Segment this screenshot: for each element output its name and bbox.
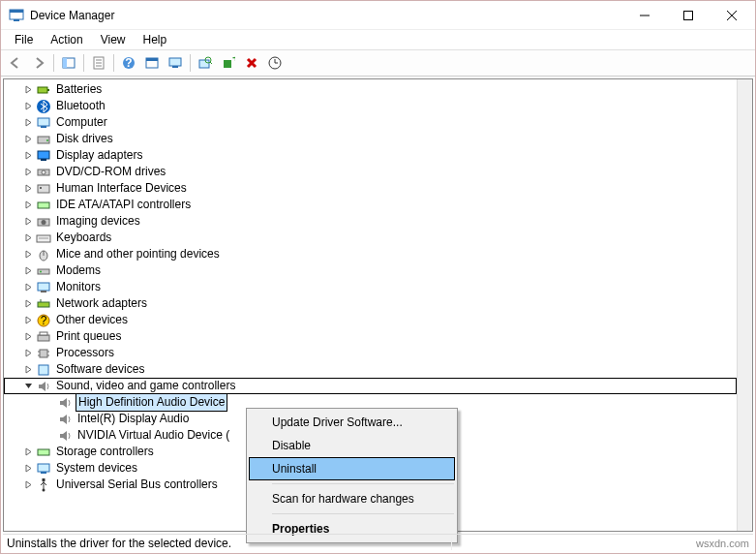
scan-hardware-button[interactable] xyxy=(195,52,216,74)
svg-point-46 xyxy=(40,270,42,272)
expand-icon[interactable] xyxy=(21,100,35,113)
tree-item-display-adapters[interactable]: Display adapters xyxy=(4,147,737,164)
expand-icon[interactable] xyxy=(21,281,35,294)
svg-rect-63 xyxy=(41,472,46,474)
ctx-scan-hardware[interactable]: Scan for hardware changes xyxy=(249,487,455,510)
tree-item-imaging[interactable]: Imaging devices xyxy=(4,213,737,230)
menu-action[interactable]: Action xyxy=(43,31,90,48)
svg-rect-53 xyxy=(38,335,49,341)
svg-rect-19 xyxy=(199,60,209,68)
tree-item-sound[interactable]: Sound, video and game controllers xyxy=(4,378,737,394)
svg-rect-48 xyxy=(41,291,46,292)
menu-help[interactable]: Help xyxy=(136,31,175,48)
svg-point-35 xyxy=(42,170,45,174)
expand-icon[interactable] xyxy=(21,478,35,492)
tree-item-bluetooth[interactable]: Bluetooth xyxy=(4,98,737,114)
tree-item-disk-drives[interactable]: Disk drives xyxy=(4,131,737,147)
speaker-icon xyxy=(36,379,51,394)
maximize-button[interactable] xyxy=(666,1,710,29)
svg-rect-32 xyxy=(38,151,49,159)
expand-icon[interactable] xyxy=(21,133,35,146)
toolbar: ? + xyxy=(1,49,755,77)
expand-icon[interactable] xyxy=(21,264,35,278)
expand-icon[interactable] xyxy=(21,462,35,476)
expand-icon[interactable] xyxy=(21,330,35,344)
tree-item-modems[interactable]: Modems xyxy=(4,262,737,279)
uninstall-button[interactable] xyxy=(241,52,262,74)
expand-icon[interactable] xyxy=(21,215,35,229)
speaker-icon xyxy=(57,428,73,444)
minimize-button[interactable] xyxy=(622,1,666,29)
tree-item-dvd[interactable]: DVD/CD-ROM drives xyxy=(4,164,737,180)
tree-item-computer[interactable]: Computer xyxy=(4,114,737,131)
tree-item-monitors[interactable]: Monitors xyxy=(4,279,737,295)
remote-computer-button[interactable] xyxy=(165,52,186,74)
toolbar-separator xyxy=(53,54,54,72)
svg-rect-1 xyxy=(10,10,23,13)
tree-item-print-queues[interactable]: Print queues xyxy=(4,328,737,345)
close-button[interactable] xyxy=(710,1,753,29)
menu-file[interactable]: File xyxy=(7,31,41,48)
system-icon xyxy=(36,461,51,477)
add-legacy-button[interactable]: + xyxy=(218,52,239,74)
battery-icon xyxy=(36,82,51,98)
tree-item-mice[interactable]: Mice and other pointing devices xyxy=(4,246,737,262)
expand-icon[interactable] xyxy=(21,83,35,97)
collapse-icon[interactable] xyxy=(21,380,35,393)
svg-rect-55 xyxy=(40,350,47,357)
svg-rect-47 xyxy=(38,283,49,291)
svg-rect-17 xyxy=(169,58,181,66)
tree-item-ide[interactable]: IDE ATA/ATAPI controllers xyxy=(4,197,737,213)
properties-button[interactable] xyxy=(88,52,109,74)
svg-rect-49 xyxy=(38,302,49,307)
keyboard-icon xyxy=(36,231,51,246)
help-button[interactable]: ? xyxy=(118,52,139,74)
status-bar: Uninstalls the driver for the selected d… xyxy=(3,534,753,551)
svg-rect-28 xyxy=(38,118,49,126)
tree-item-hid[interactable]: Human Interface Devices xyxy=(4,180,737,197)
refresh-button[interactable] xyxy=(141,52,163,74)
tree-item-batteries[interactable]: Batteries xyxy=(4,81,737,98)
update-driver-button[interactable] xyxy=(264,52,286,74)
expand-icon[interactable] xyxy=(21,182,35,196)
expand-icon[interactable] xyxy=(21,363,35,377)
expand-icon[interactable] xyxy=(21,248,35,262)
expand-icon[interactable] xyxy=(21,149,35,163)
ctx-update-driver[interactable]: Update Driver Software... xyxy=(249,411,455,434)
svg-rect-18 xyxy=(172,66,178,68)
svg-point-64 xyxy=(43,488,45,491)
modem-icon xyxy=(36,263,51,279)
mouse-icon xyxy=(36,247,51,262)
expand-icon[interactable] xyxy=(21,231,35,245)
console-tree-button[interactable] xyxy=(58,52,79,74)
app-icon xyxy=(9,8,24,23)
ctx-separator xyxy=(272,483,454,484)
tree-item-network[interactable]: Network adapters xyxy=(4,295,737,312)
ctx-disable[interactable]: Disable xyxy=(249,434,455,457)
printer-icon xyxy=(36,329,51,345)
ctx-uninstall[interactable]: Uninstall xyxy=(249,457,455,480)
svg-text:?: ? xyxy=(41,314,47,327)
expand-icon[interactable] xyxy=(21,199,35,212)
tree-item-other[interactable]: ?Other devices xyxy=(4,312,737,328)
back-button[interactable] xyxy=(5,52,26,74)
expand-icon[interactable] xyxy=(21,347,35,360)
svg-line-21 xyxy=(210,62,212,64)
expand-icon[interactable] xyxy=(21,297,35,311)
software-icon xyxy=(36,362,51,378)
tree-item-software[interactable]: Software devices xyxy=(4,361,737,378)
expand-icon[interactable] xyxy=(21,116,35,130)
speaker-icon xyxy=(57,412,73,427)
tree-item-processors[interactable]: Processors xyxy=(4,345,737,361)
expand-icon[interactable] xyxy=(21,314,35,327)
forward-button[interactable] xyxy=(28,52,49,74)
no-expand xyxy=(43,429,56,443)
expand-icon[interactable] xyxy=(21,446,35,459)
context-menu: Update Driver Software... Disable Uninst… xyxy=(246,408,458,543)
expand-icon[interactable] xyxy=(21,166,35,179)
watermark: wsxdn.com xyxy=(696,538,749,549)
vertical-scrollbar[interactable] xyxy=(737,79,752,531)
menu-view[interactable]: View xyxy=(93,31,134,48)
tree-item-keyboards[interactable]: Keyboards xyxy=(4,230,737,246)
svg-rect-36 xyxy=(38,185,49,193)
